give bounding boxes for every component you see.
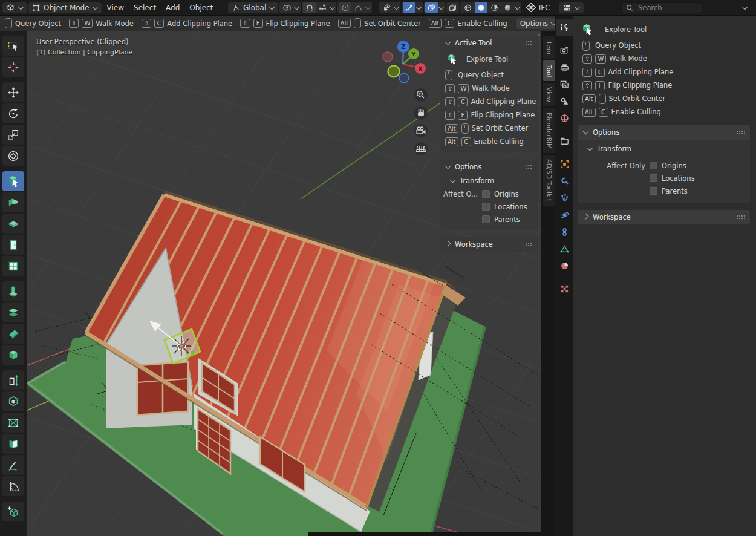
- chevron-down-icon[interactable]: [330, 4, 336, 10]
- chevron-down-icon[interactable]: [415, 4, 422, 10]
- transform-subpanel-header[interactable]: Transform: [578, 142, 750, 155]
- axis-ball-neg-x[interactable]: [383, 52, 393, 62]
- panel-grip-icon[interactable]: [525, 165, 533, 169]
- set-orbit-center-label[interactable]: Set Orbit Center: [364, 19, 421, 28]
- panel-options-header[interactable]: Options: [440, 159, 538, 174]
- chevron-down-icon[interactable]: [365, 4, 371, 10]
- shading-rendered-button[interactable]: [501, 2, 514, 13]
- walk-mode-label[interactable]: Walk Mode: [96, 19, 134, 28]
- origins-checkbox[interactable]: [482, 190, 490, 198]
- snap-target-button[interactable]: [316, 2, 329, 13]
- chevron-down-icon[interactable]: [294, 4, 300, 10]
- shading-wireframe-button[interactable]: [461, 2, 474, 13]
- editor-type-button[interactable]: [2, 2, 27, 13]
- ptab-tool[interactable]: [556, 19, 573, 36]
- falloff-button[interactable]: [352, 2, 365, 13]
- panel-workspace-header[interactable]: Workspace: [440, 237, 538, 252]
- add-clipping-plane-label[interactable]: Add Clipping Plane: [167, 19, 232, 28]
- tool-wall[interactable]: [2, 192, 24, 212]
- enable-culling-label[interactable]: Enable Culling: [457, 19, 507, 28]
- search-input[interactable]: [637, 3, 697, 13]
- shading-solid-button[interactable]: [475, 2, 487, 13]
- ortho-grid-button[interactable]: [414, 142, 428, 155]
- ptab-output[interactable]: [556, 59, 573, 76]
- tool-extrude[interactable]: [2, 370, 24, 390]
- tool-select-box[interactable]: [2, 36, 24, 56]
- navigate-gizmo-button[interactable]: [403, 2, 415, 13]
- tool-annotation[interactable]: [2, 434, 24, 454]
- axis-ball-neg-z[interactable]: [399, 73, 409, 83]
- ptab-constraints[interactable]: [556, 224, 573, 240]
- tool-window[interactable]: [2, 256, 24, 276]
- parents-checkbox[interactable]: [482, 215, 490, 223]
- orientation-dropdown[interactable]: Global: [228, 2, 278, 13]
- tab-blenderbim[interactable]: BlenderBIM: [543, 108, 555, 153]
- panel-active-tool-header[interactable]: Active Tool: [440, 35, 538, 50]
- properties-editor-type-button[interactable]: [559, 2, 584, 13]
- tool-slab[interactable]: [2, 214, 24, 234]
- tool-cursor[interactable]: [2, 57, 24, 77]
- chevron-down-icon[interactable]: [514, 4, 520, 10]
- proportional-edit-button[interactable]: [339, 2, 351, 13]
- tool-column[interactable]: [2, 281, 24, 301]
- ptab-render[interactable]: [556, 42, 573, 59]
- transform-subpanel-header[interactable]: Transform: [440, 174, 538, 188]
- ptab-texture[interactable]: [556, 281, 573, 297]
- viewport-canvas[interactable]: Z Y X: [0, 31, 541, 536]
- tool-door[interactable]: [2, 235, 24, 255]
- ptab-world[interactable]: [556, 110, 573, 126]
- panel-options-header[interactable]: Options: [578, 125, 750, 140]
- origins-checkbox[interactable]: [650, 162, 657, 169]
- query-object-label[interactable]: Query Object: [15, 19, 61, 28]
- chevron-down-icon[interactable]: [438, 4, 444, 10]
- menu-view[interactable]: View: [103, 2, 128, 13]
- pivot-point-button[interactable]: [281, 2, 293, 13]
- tab-item[interactable]: Item: [543, 36, 555, 59]
- xray-toggle-button[interactable]: [446, 2, 459, 13]
- zoom-button[interactable]: [414, 88, 428, 102]
- snap-toggle-button[interactable]: [303, 2, 316, 13]
- ptab-physics[interactable]: [556, 207, 573, 223]
- panel-grip-icon[interactable]: [736, 130, 745, 135]
- tool-transform[interactable]: [2, 146, 24, 166]
- active-tool-row[interactable]: Explore Tool: [440, 50, 538, 68]
- tool-rotate[interactable]: [2, 103, 24, 123]
- shading-material-button[interactable]: [488, 2, 501, 13]
- tool-void[interactable]: [2, 391, 24, 411]
- flip-clipping-plane-label[interactable]: Flip Clipping Plane: [266, 19, 330, 28]
- properties-search[interactable]: [621, 2, 702, 13]
- panel-grip-icon[interactable]: [525, 242, 533, 247]
- pan-button[interactable]: [414, 106, 428, 120]
- tool-pen[interactable]: [2, 455, 24, 475]
- overlays-button[interactable]: [425, 2, 438, 13]
- mode-dropdown[interactable]: Object Mode: [28, 2, 102, 13]
- ptab-collection[interactable]: [556, 133, 573, 149]
- tool-move[interactable]: [2, 82, 24, 102]
- ptab-scene[interactable]: [556, 93, 573, 109]
- tool-scale[interactable]: [2, 125, 24, 145]
- panel-workspace-header[interactable]: Workspace: [578, 210, 750, 224]
- tool-roof[interactable]: [2, 324, 24, 344]
- tab-tool[interactable]: Tool: [543, 60, 555, 81]
- camera-view-button[interactable]: [414, 124, 428, 137]
- ifc-object-button[interactable]: IFC Obje: [523, 2, 552, 13]
- tool-options-dropdown[interactable]: Options: [516, 18, 560, 29]
- ptab-view-layer[interactable]: [556, 76, 573, 93]
- locations-checkbox[interactable]: [650, 174, 657, 182]
- ptab-material[interactable]: [556, 258, 573, 274]
- axis-ball-neg-y[interactable]: [388, 66, 400, 77]
- panel-grip-icon[interactable]: [736, 215, 745, 220]
- parents-checkbox[interactable]: [650, 187, 657, 195]
- tab-4d5d-toolkit[interactable]: 4D/5D Toolkit: [543, 155, 555, 206]
- menu-select[interactable]: Select: [129, 2, 160, 13]
- tab-view[interactable]: View: [543, 83, 555, 106]
- tool-explore[interactable]: [2, 171, 24, 191]
- tool-measure[interactable]: [2, 476, 24, 496]
- active-tool-row[interactable]: Explore Tool: [578, 21, 750, 39]
- menu-add[interactable]: Add: [161, 2, 184, 13]
- ptab-particles[interactable]: [556, 190, 573, 206]
- panel-grip-icon[interactable]: [525, 41, 533, 45]
- ptab-object-data[interactable]: [556, 241, 573, 257]
- locations-checkbox[interactable]: [482, 203, 490, 211]
- ptab-object[interactable]: [556, 156, 573, 172]
